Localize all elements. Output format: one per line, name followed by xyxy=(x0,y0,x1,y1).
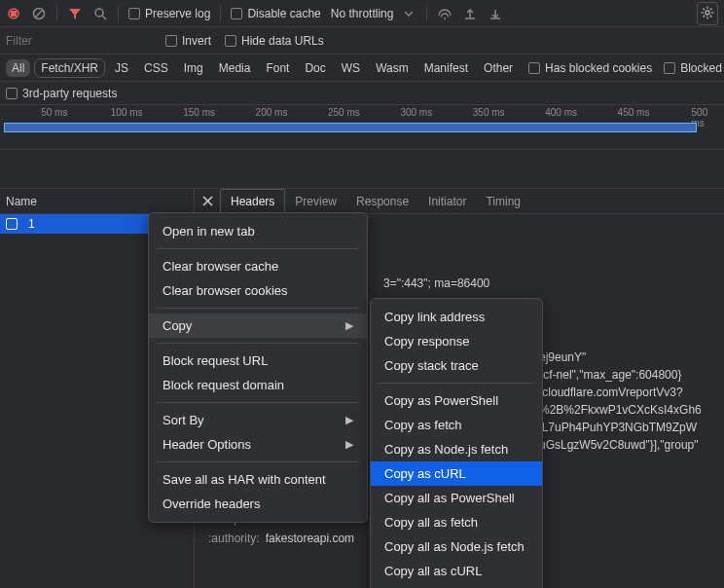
tab-initiator[interactable]: Initiator xyxy=(418,190,476,213)
tab-response[interactable]: Response xyxy=(346,190,418,213)
timeline-tick: 250 ms xyxy=(328,107,360,118)
svg-line-5 xyxy=(102,16,106,19)
copy-all-as-fetch[interactable]: Copy all as fetch xyxy=(371,510,542,534)
copy-all-as-powershell[interactable]: Copy all as PowerShell xyxy=(371,486,542,510)
ctx-block-url[interactable]: Block request URL xyxy=(149,349,367,373)
third-party-label: 3rd-party requests xyxy=(22,87,117,100)
chevron-right-icon: ▶ xyxy=(345,414,353,426)
copy-link-address[interactable]: Copy link address xyxy=(371,305,542,329)
has-blocked-cookies-label: Has blocked cookies xyxy=(545,61,652,75)
ctx-copy[interactable]: Copy▶ xyxy=(149,313,367,338)
chevron-right-icon: ▶ xyxy=(345,438,353,451)
type-manifest[interactable]: Manifest xyxy=(418,59,474,77)
copy-all-as-curl[interactable]: Copy all as cURL xyxy=(371,559,542,583)
svg-line-12 xyxy=(704,8,706,10)
preserve-log-checkbox[interactable]: Preserve log xyxy=(128,7,210,20)
type-media[interactable]: Media xyxy=(213,59,257,77)
waterfall-overview[interactable]: 50 ms 100 ms 150 ms 200 ms 250 ms 300 ms… xyxy=(0,105,724,150)
svg-line-14 xyxy=(710,8,712,10)
ctx-header-options[interactable]: Header Options▶ xyxy=(149,432,367,457)
svg-line-13 xyxy=(710,15,712,17)
blocked-requests-checkbox[interactable]: Blocked Requests xyxy=(664,61,724,75)
type-font[interactable]: Font xyxy=(260,59,295,77)
resource-type-filters: All Fetch/XHR JS CSS Img Media Font Doc … xyxy=(0,55,724,82)
timeline-tick: 150 ms xyxy=(183,107,215,118)
copy-stack-trace[interactable]: Copy stack trace xyxy=(371,353,542,378)
type-img[interactable]: Img xyxy=(178,59,209,77)
copy-all-as-nodejs-fetch[interactable]: Copy all as Node.js fetch xyxy=(371,534,542,559)
ctx-override-headers[interactable]: Override headers xyxy=(149,492,367,516)
disable-cache-checkbox[interactable]: Disable cache xyxy=(231,7,320,20)
filter-bar: Invert Hide data URLs xyxy=(0,27,724,55)
detail-tabs: Headers Preview Response Initiator Timin… xyxy=(195,189,530,213)
copy-as-curl[interactable]: Copy as cURL xyxy=(371,461,542,486)
tab-preview[interactable]: Preview xyxy=(285,190,346,213)
type-other[interactable]: Other xyxy=(478,59,519,77)
disable-cache-label: Disable cache xyxy=(247,7,320,20)
ctx-clear-cache[interactable]: Clear browser cache xyxy=(149,254,367,278)
timeline-gap xyxy=(0,150,724,189)
timeline-tick: 400 ms xyxy=(545,107,577,118)
preserve-log-label: Preserve log xyxy=(145,7,210,20)
context-menu: Open in new tab Clear browser cache Clea… xyxy=(148,212,368,523)
record-icon[interactable] xyxy=(6,6,21,21)
type-wasm[interactable]: Wasm xyxy=(370,59,415,77)
invert-label: Invert xyxy=(182,34,211,48)
svg-line-3 xyxy=(35,10,43,18)
close-detail-button[interactable] xyxy=(195,196,220,206)
copy-as-fetch[interactable]: Copy as fetch xyxy=(371,413,542,437)
name-column-header[interactable]: Name xyxy=(0,189,195,213)
timeline-tick: 450 ms xyxy=(618,107,650,118)
copy-submenu: Copy link address Copy response Copy sta… xyxy=(370,298,543,588)
copy-all-as-har[interactable]: Copy all as HAR xyxy=(371,583,542,588)
svg-point-7 xyxy=(706,11,709,15)
blocked-requests-label: Blocked Requests xyxy=(680,61,724,75)
request-checkbox-icon xyxy=(6,218,18,230)
svg-rect-1 xyxy=(11,11,17,17)
request-name: 1 xyxy=(28,217,35,231)
download-har-icon[interactable] xyxy=(488,6,503,21)
svg-line-15 xyxy=(704,15,706,17)
tab-timing[interactable]: Timing xyxy=(476,190,530,213)
upload-har-icon[interactable] xyxy=(462,6,478,21)
search-icon[interactable] xyxy=(92,6,108,21)
hide-data-urls-checkbox[interactable]: Hide data URLs xyxy=(225,34,324,48)
type-ws[interactable]: WS xyxy=(336,59,366,77)
type-fetch-xhr[interactable]: Fetch/XHR xyxy=(34,58,105,78)
throttling-select[interactable]: No throttling xyxy=(331,6,417,21)
ctx-open-new-tab[interactable]: Open in new tab xyxy=(149,219,367,243)
svg-point-4 xyxy=(95,9,103,17)
timeline-tick: 200 ms xyxy=(256,107,288,118)
filter-icon[interactable] xyxy=(67,6,83,21)
throttling-label: No throttling xyxy=(331,7,394,20)
network-conditions-icon[interactable] xyxy=(437,6,452,21)
invert-checkbox[interactable]: Invert xyxy=(165,34,211,48)
timeline-tick: 100 ms xyxy=(111,107,143,118)
chevron-down-icon xyxy=(401,6,416,21)
chevron-right-icon: ▶ xyxy=(345,319,353,332)
tab-headers[interactable]: Headers xyxy=(220,189,285,214)
ctx-block-domain[interactable]: Block request domain xyxy=(149,373,367,397)
settings-button[interactable] xyxy=(697,2,718,25)
gear-icon xyxy=(700,5,715,20)
filter-input[interactable] xyxy=(6,34,152,48)
timeline-tick: 50 ms xyxy=(41,107,67,118)
ctx-sort-by[interactable]: Sort By▶ xyxy=(149,408,367,432)
timeline-request-bar xyxy=(4,123,697,132)
type-js[interactable]: JS xyxy=(109,59,134,77)
type-all[interactable]: All xyxy=(6,59,30,77)
clear-icon[interactable] xyxy=(31,6,47,21)
ctx-clear-cookies[interactable]: Clear browser cookies xyxy=(149,278,367,303)
copy-as-powershell[interactable]: Copy as PowerShell xyxy=(371,388,542,413)
network-toolbar: Preserve log Disable cache No throttling xyxy=(0,0,724,27)
type-doc[interactable]: Doc xyxy=(299,59,331,77)
ctx-save-har[interactable]: Save all as HAR with content xyxy=(149,467,367,492)
timeline-tick: 300 ms xyxy=(400,107,432,118)
copy-as-nodejs-fetch[interactable]: Copy as Node.js fetch xyxy=(371,437,542,461)
third-party-checkbox[interactable]: 3rd-party requests xyxy=(6,87,117,100)
has-blocked-cookies-checkbox[interactable]: Has blocked cookies xyxy=(528,61,652,75)
copy-response[interactable]: Copy response xyxy=(371,329,542,353)
third-party-row: 3rd-party requests xyxy=(0,82,724,105)
timeline-tick: 350 ms xyxy=(473,107,505,118)
type-css[interactable]: CSS xyxy=(138,59,174,77)
